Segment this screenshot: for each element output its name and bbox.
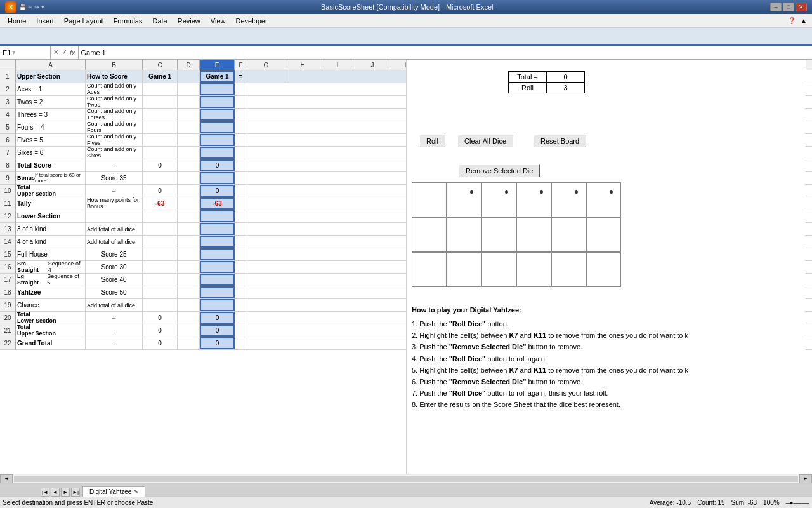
cell-D5[interactable] — [178, 121, 200, 133]
cell-F2[interactable] — [235, 83, 247, 95]
cell-D12[interactable] — [178, 210, 200, 222]
cell-E5[interactable] — [200, 121, 235, 133]
cell-E4[interactable] — [200, 109, 235, 121]
cell-E1[interactable]: Game 1 — [200, 70, 235, 83]
cell-D1[interactable] — [178, 70, 200, 83]
cell-F8[interactable] — [235, 159, 247, 171]
minimize-button[interactable]: – — [770, 3, 782, 11]
reset-board-button[interactable]: Reset Board — [534, 135, 586, 147]
die-3[interactable] — [516, 182, 551, 217]
ribbon-minimize-icon[interactable]: ▲ — [798, 17, 809, 24]
cell-A18[interactable]: Yahtzee — [16, 286, 86, 298]
menu-view[interactable]: View — [206, 16, 231, 26]
cell-A6[interactable]: Fives = 5 — [16, 134, 86, 146]
col-header-F[interactable]: F — [235, 60, 247, 70]
cell-ref-dropdown[interactable]: ▾ — [12, 48, 16, 57]
cell-E9[interactable] — [200, 172, 235, 184]
cell-B22[interactable]: → — [86, 337, 143, 349]
col-header-H[interactable]: H — [285, 60, 320, 70]
cell-C4[interactable] — [143, 109, 178, 121]
col-header-D[interactable]: D — [178, 60, 200, 70]
cell-C13[interactable] — [143, 223, 178, 235]
cell-C6[interactable] — [143, 134, 178, 146]
cell-C19[interactable] — [143, 299, 178, 311]
cell-D11[interactable] — [178, 197, 200, 210]
cell-F16[interactable] — [235, 261, 247, 273]
cell-A15[interactable]: Full House — [16, 248, 86, 260]
cell-B8[interactable]: → — [86, 159, 143, 171]
sheet-tab-digital-yahtzee[interactable]: Digital Yahtzee ✎ — [82, 486, 145, 497]
cell-B19[interactable]: Add total of all dice — [86, 299, 143, 311]
cell-F21[interactable] — [235, 324, 247, 337]
cell-E21[interactable]: 0 — [200, 324, 235, 337]
cell-A3[interactable]: Twos = 2 — [16, 96, 86, 108]
cell-B13[interactable]: Add total of all dice — [86, 223, 143, 235]
die-15[interactable] — [586, 252, 621, 287]
cell-E6[interactable] — [200, 134, 235, 146]
tab-next-btn[interactable]: ► — [61, 488, 70, 497]
tab-prev-btn[interactable]: ◄ — [51, 488, 60, 497]
cell-A20[interactable]: TotalLower Section — [16, 312, 86, 324]
cell-A21[interactable]: TotalUpper Section — [16, 324, 86, 337]
remove-selected-die-button[interactable]: Remove Selected Die — [459, 164, 540, 177]
cell-D13[interactable] — [178, 223, 200, 235]
cell-D2[interactable] — [178, 83, 200, 95]
scroll-right-btn[interactable]: ► — [799, 474, 812, 483]
cell-C1[interactable]: Game 1 — [143, 70, 178, 83]
cell-A12[interactable]: Lower Section — [16, 210, 86, 222]
cell-F10[interactable] — [235, 185, 247, 197]
cell-E8[interactable]: 0 — [200, 159, 235, 171]
cell-F18[interactable] — [235, 286, 247, 298]
cell-E18[interactable] — [200, 286, 235, 298]
cell-C9[interactable] — [143, 172, 178, 184]
cell-A17[interactable]: Lg StraightSequence of 5 — [16, 274, 86, 286]
cell-A8[interactable]: Total Score — [16, 159, 86, 171]
die-13[interactable] — [516, 252, 551, 287]
menu-review[interactable]: Review — [173, 16, 206, 26]
cell-B11[interactable]: How many points for Bonus — [86, 197, 143, 210]
cell-E2[interactable] — [200, 83, 235, 95]
cell-A1[interactable]: Upper Section — [16, 70, 86, 83]
die-7[interactable] — [481, 217, 516, 252]
menu-developer[interactable]: Developer — [230, 16, 272, 26]
cell-D3[interactable] — [178, 96, 200, 108]
cell-C16[interactable] — [143, 261, 178, 273]
die-10[interactable] — [586, 217, 621, 252]
cell-B15[interactable]: Score 25 — [86, 248, 143, 260]
cell-E11[interactable]: -63 — [200, 197, 235, 210]
cell-A14[interactable]: 4 of a kind — [16, 236, 86, 248]
cell-C17[interactable] — [143, 274, 178, 286]
cell-B20[interactable]: → — [86, 312, 143, 324]
menu-insert[interactable]: Insert — [31, 16, 59, 26]
cell-E13[interactable] — [200, 223, 235, 235]
cell-A2[interactable]: Aces = 1 — [16, 83, 86, 95]
clear-all-dice-button[interactable]: Clear All Dice — [457, 135, 513, 147]
horizontal-scrollbar[interactable]: ◄ ► — [0, 474, 812, 483]
cell-B17[interactable]: Score 40 — [86, 274, 143, 286]
cell-B4[interactable]: Count and add only Threes — [86, 109, 143, 121]
cell-G1[interactable] — [247, 70, 285, 83]
confirm-formula-icon[interactable]: ✓ — [62, 48, 67, 57]
cell-A16[interactable]: Sm StraightSequence of 4 — [16, 261, 86, 273]
help-icon[interactable]: ❓ — [785, 17, 798, 24]
cell-E3[interactable] — [200, 96, 235, 108]
die-8[interactable] — [516, 217, 551, 252]
col-header-C[interactable]: C — [143, 60, 178, 70]
close-button[interactable]: ✕ — [796, 3, 807, 11]
cell-D17[interactable] — [178, 274, 200, 286]
cell-D18[interactable] — [178, 286, 200, 298]
cell-F5[interactable] — [235, 121, 247, 133]
cell-D22[interactable] — [178, 337, 200, 349]
maximize-button[interactable]: □ — [783, 3, 794, 11]
cell-B10[interactable]: → — [86, 185, 143, 197]
die-empty-3[interactable] — [412, 252, 447, 287]
cell-C10[interactable]: 0 — [143, 185, 178, 197]
die-5[interactable] — [586, 182, 621, 217]
cell-E7[interactable] — [200, 147, 235, 159]
cell-A9[interactable]: Bonus If total score is 63 or more — [16, 172, 86, 184]
cell-F11[interactable] — [235, 197, 247, 210]
menu-data[interactable]: Data — [147, 16, 172, 26]
cell-F19[interactable] — [235, 299, 247, 311]
col-header-E[interactable]: E — [200, 60, 235, 70]
cell-E22[interactable]: 0 — [200, 337, 235, 349]
